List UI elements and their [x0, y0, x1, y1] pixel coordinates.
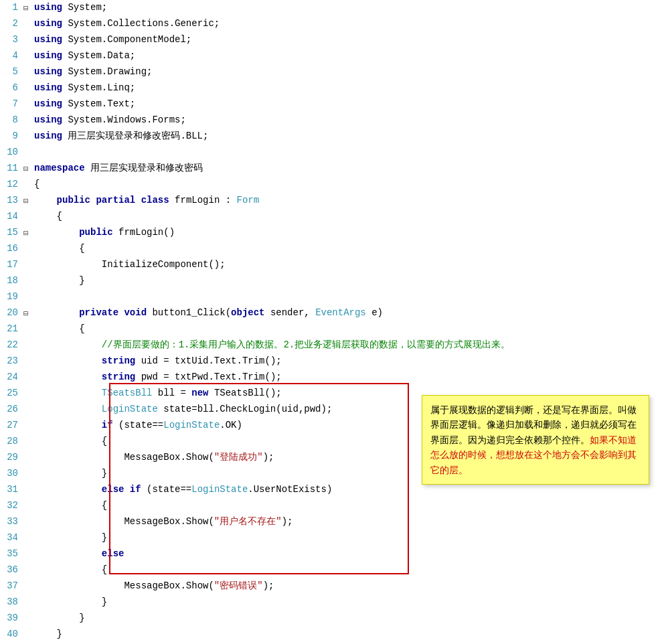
code-line-5: 5 using System.Drawing; [0, 64, 664, 80]
line-num-28: 28 [0, 434, 23, 449]
code-14: { [34, 209, 664, 224]
code-6: using System.Linq; [34, 80, 664, 95]
fold-30 [23, 466, 34, 482]
code-36: { [34, 562, 664, 577]
code-15: public frmLogin() [34, 225, 664, 240]
fold-10 [23, 145, 34, 161]
line-num-29: 29 [0, 450, 23, 465]
code-4: using System.Data; [34, 48, 664, 63]
code-line-18: 18 } [0, 273, 664, 289]
fold-16 [23, 241, 34, 257]
fold-31 [23, 482, 34, 498]
code-8: using System.Windows.Forms; [34, 112, 664, 127]
line-num-25: 25 [0, 386, 23, 400]
fold-23 [23, 353, 34, 370]
line-num-18: 18 [0, 273, 23, 288]
code-line-37: 37 MessageBox.Show("密码错误"); [0, 578, 664, 594]
fold-39 [23, 611, 34, 627]
code-line-14: 14 { [0, 209, 664, 225]
line-num-19: 19 [0, 289, 23, 304]
fold-32 [23, 498, 34, 514]
code-line-33: 33 MessageBox.Show("用户名不存在"); [0, 514, 664, 530]
line-num-40: 40 [0, 627, 23, 641]
code-line-12: 12 { [0, 177, 664, 193]
code-line-13: 13 ⊟ public partial class frmLogin : For… [0, 193, 664, 209]
code-editor: 1 ⊟ using System; 2 using System.Collect… [0, 0, 664, 644]
code-line-3: 3 using System.ComponentModel; [0, 32, 664, 48]
code-1: using System; [34, 0, 664, 15]
line-num-39: 39 [0, 611, 23, 625]
code-line-36: 36 { [0, 562, 664, 578]
code-line-11: 11 ⊟ namespace 用三层实现登录和修改密码 [0, 161, 664, 177]
code-line-32: 32 { [0, 498, 664, 514]
fold-2 [23, 16, 34, 32]
line-num-36: 36 [0, 562, 23, 577]
code-34: } [34, 530, 664, 545]
line-num-34: 34 [0, 530, 23, 545]
code-line-34: 34 } [0, 530, 664, 546]
code-16: { [34, 241, 664, 256]
fold-4 [23, 48, 34, 64]
fold-24 [23, 370, 34, 386]
fold-3 [23, 32, 34, 48]
line-num-26: 26 [0, 402, 23, 416]
code-2: using System.Collections.Generic; [34, 16, 664, 31]
fold-7 [23, 96, 34, 112]
fold-18 [23, 273, 34, 289]
line-num-35: 35 [0, 546, 23, 561]
line-num-38: 38 [0, 594, 23, 609]
line-num-16: 16 [0, 241, 23, 256]
fold-26 [23, 402, 34, 418]
code-20: private void button1_Click(object sender… [34, 305, 664, 320]
line-num-20: 20 [0, 305, 23, 320]
code-33: MessageBox.Show("用户名不存在"); [34, 514, 664, 529]
fold-40 [23, 627, 34, 643]
fold-21 [23, 321, 34, 337]
line-num-22: 22 [0, 337, 23, 352]
code-11: namespace 用三层实现登录和修改密码 [34, 161, 664, 175]
line-num-1: 1 [0, 0, 23, 15]
fold-29 [23, 450, 34, 466]
code-35: else [34, 546, 664, 561]
fold-12 [23, 177, 34, 193]
code-line-38: 38 } [0, 594, 664, 611]
fold-11[interactable]: ⊟ [23, 161, 34, 177]
code-line-19: 19 [0, 289, 664, 305]
fold-5 [23, 64, 34, 80]
line-num-4: 4 [0, 48, 23, 63]
fold-38 [23, 594, 34, 611]
code-line-35: 35 else [0, 546, 664, 562]
fold-22 [23, 337, 34, 353]
fold-37 [23, 578, 34, 594]
code-line-17: 17 InitializeComponent(); [0, 257, 664, 273]
fold-13[interactable]: ⊟ [23, 193, 34, 209]
code-5: using System.Drawing; [34, 64, 664, 79]
code-line-1: 1 ⊟ using System; [0, 0, 664, 16]
fold-6 [23, 80, 34, 96]
code-7: using System.Text; [34, 96, 664, 111]
line-num-2: 2 [0, 16, 23, 31]
code-line-8: 8 using System.Windows.Forms; [0, 112, 664, 129]
line-num-27: 27 [0, 418, 23, 432]
code-39: } [34, 611, 664, 625]
line-num-11: 11 [0, 161, 23, 175]
code-line-9: 9 using 用三层实现登录和修改密码.BLL; [0, 129, 664, 145]
code-line-22: 22 //界面层要做的：1.采集用户输入的数据。2.把业务逻辑层获取的数据，以需… [0, 337, 664, 353]
fold-15[interactable]: ⊟ [23, 225, 34, 241]
fold-8 [23, 112, 34, 129]
line-num-21: 21 [0, 321, 23, 336]
code-line-24: 24 string pwd = txtPwd.Text.Trim(); [0, 370, 664, 386]
code-22: //界面层要做的：1.采集用户输入的数据。2.把业务逻辑层获取的数据，以需要的方… [34, 337, 664, 352]
line-num-30: 30 [0, 466, 23, 481]
code-line-2: 2 using System.Collections.Generic; [0, 16, 664, 32]
line-num-9: 9 [0, 129, 23, 143]
fold-1[interactable]: ⊟ [23, 0, 34, 16]
code-line-23: 23 string uid = txtUid.Text.Trim(); [0, 353, 664, 370]
code-12: { [34, 177, 664, 191]
fold-28 [23, 434, 34, 450]
line-num-8: 8 [0, 112, 23, 127]
code-line-16: 16 { [0, 241, 664, 257]
code-9: using 用三层实现登录和修改密码.BLL; [34, 129, 664, 143]
fold-36 [23, 562, 34, 578]
fold-20[interactable]: ⊟ [23, 305, 34, 321]
